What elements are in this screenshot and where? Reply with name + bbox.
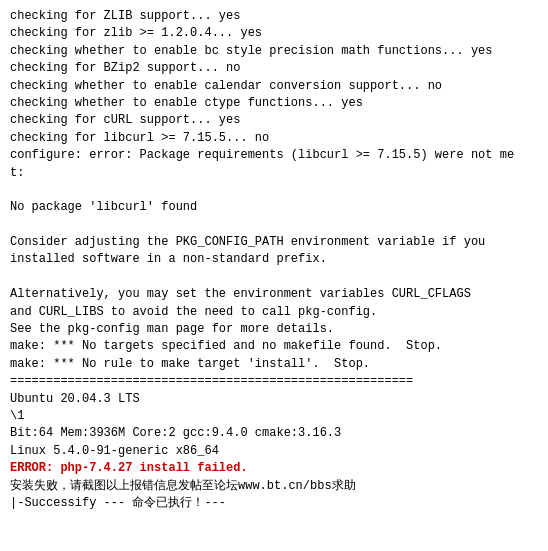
terminal-line: Linux 5.4.0-91-generic x86_64 — [10, 443, 538, 460]
terminal-line: checking for cURL support... yes — [10, 112, 538, 129]
terminal-line: checking for libcurl >= 7.15.5... no — [10, 130, 538, 147]
terminal-line: No package 'libcurl' found — [10, 199, 538, 216]
terminal-line: make: *** No rule to make target 'instal… — [10, 356, 538, 373]
terminal-line — [10, 217, 538, 234]
terminal-line: |-Successify --- 命令已执行！--- — [10, 495, 538, 512]
terminal-line: \1 — [10, 408, 538, 425]
terminal-line: Consider adjusting the PKG_CONFIG_PATH e… — [10, 234, 538, 251]
terminal-line: make: *** No targets specified and no ma… — [10, 338, 538, 355]
terminal-line: See the pkg-config man page for more det… — [10, 321, 538, 338]
terminal-line: Ubuntu 20.04.3 LTS — [10, 391, 538, 408]
terminal-line: checking for zlib >= 1.2.0.4... yes — [10, 25, 538, 42]
terminal-line: configure: error: Package requirements (… — [10, 147, 538, 164]
terminal-line: and CURL_LIBS to avoid the need to call … — [10, 304, 538, 321]
terminal-line: checking for BZip2 support... no — [10, 60, 538, 77]
terminal-line: 安装失败，请截图以上报错信息发帖至论坛www.bt.cn/bbs求助 — [10, 478, 538, 495]
terminal-line: checking whether to enable bc style prec… — [10, 43, 538, 60]
terminal-line: installed software in a non-standard pre… — [10, 251, 538, 268]
terminal-line: ERROR: php-7.4.27 install failed. — [10, 460, 538, 477]
terminal-line: Bit:64 Mem:3936M Core:2 gcc:9.4.0 cmake:… — [10, 425, 538, 442]
terminal-window: checking for ZLIB support... yeschecking… — [0, 0, 548, 551]
terminal-line: t: — [10, 165, 538, 182]
terminal-line: checking whether to enable calendar conv… — [10, 78, 538, 95]
terminal-line — [10, 269, 538, 286]
terminal-output: checking for ZLIB support... yeschecking… — [10, 8, 538, 512]
terminal-line: Alternatively, you may set the environme… — [10, 286, 538, 303]
terminal-line — [10, 182, 538, 199]
terminal-line: ========================================… — [10, 373, 538, 390]
terminal-line: checking whether to enable ctype functio… — [10, 95, 538, 112]
terminal-line: checking for ZLIB support... yes — [10, 8, 538, 25]
